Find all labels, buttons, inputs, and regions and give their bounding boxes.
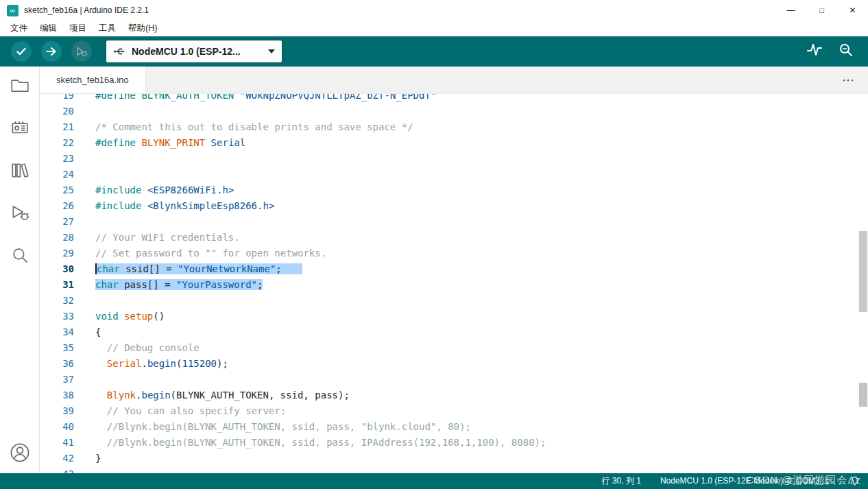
board-icon — [10, 117, 30, 138]
code-line-38[interactable]: Blynk.begin(BLYNK_AUTH_TOKEN, ssid, pass… — [95, 387, 857, 403]
minimize-button[interactable]: — — [775, 0, 806, 21]
sidebar-item-library-manager[interactable] — [0, 160, 39, 180]
code-text: { — [95, 326, 101, 337]
line-number: 28 — [40, 230, 74, 246]
editor-scrollbar[interactable] — [858, 94, 868, 473]
line-number: 21 — [40, 119, 74, 135]
titlebar: ∞ sketch_feb16a | Arduino IDE 2.2.1 — □ … — [0, 0, 868, 21]
code-line-26[interactable]: #include <BlynkSimpleEsp8266.h> — [95, 198, 857, 214]
debug-play-bug-icon — [10, 202, 30, 223]
notifications-button[interactable] — [849, 476, 860, 486]
line-number: 39 — [40, 403, 74, 419]
board-selector[interactable]: NodeMCU 1.0 (ESP-12... — [106, 40, 282, 63]
arduino-ide-window: ∞ sketch_feb16a | Arduino IDE 2.2.1 — □ … — [0, 0, 868, 489]
code-line-32[interactable] — [95, 293, 857, 309]
serial-monitor-button[interactable] — [838, 42, 854, 61]
code-editor[interactable]: 1920212223242526272829303132333435363738… — [40, 94, 868, 473]
close-button[interactable]: ✕ — [837, 0, 868, 21]
code-line-24[interactable] — [95, 167, 857, 182]
code-text: // Set password to "" for open networks. — [95, 248, 326, 259]
line-number: 42 — [40, 451, 74, 466]
board-selector-label: NodeMCU 1.0 (ESP-12... — [132, 46, 241, 57]
tabbar: sketch_feb16a.ino ⋯ — [40, 67, 868, 94]
arrow-right-icon — [45, 45, 58, 58]
code-line-33[interactable]: void setup() — [95, 309, 857, 324]
line-number: 24 — [40, 167, 74, 182]
tab-sketch[interactable]: sketch_feb16a.ino — [40, 67, 146, 93]
sidebar-item-account[interactable] — [0, 442, 39, 464]
menu-item-2[interactable]: 编辑 — [34, 21, 63, 36]
code-line-25[interactable]: #include <ESP8266WiFi.h> — [95, 182, 857, 198]
code-text: //Blynk.begin(BLYNK_AUTH_TOKEN, ssid, pa… — [95, 437, 546, 448]
code-line-31[interactable]: char pass[] = "YourPassword"; — [95, 277, 857, 293]
menu-item-3[interactable]: 项目 — [63, 21, 93, 36]
window-title: sketch_feb16a | Arduino IDE 2.2.1 — [24, 5, 149, 15]
tab-more-button[interactable]: ⋯ — [842, 67, 868, 93]
serial-monitor-icon — [838, 42, 854, 58]
code-line-21[interactable]: /* Comment this out to disable prints an… — [95, 119, 857, 135]
main-area: sketch_feb16a.ino ⋯ 19202122232425262728… — [0, 67, 868, 473]
code-line-42[interactable]: } — [95, 451, 857, 466]
serial-plotter-button[interactable] — [806, 42, 823, 61]
code-line-30[interactable]: char ssid[] = "YourNetworkName"; — [95, 261, 857, 277]
serial-plotter-icon — [806, 42, 823, 58]
code-text: void setup() — [95, 311, 165, 322]
code-text: #include <BlynkSimpleEsp8266.h> — [95, 200, 274, 211]
folder-icon — [10, 75, 30, 95]
code-line-28[interactable]: // Your WiFi credentials. — [95, 230, 857, 246]
code-line-29[interactable]: // Set password to "" for open networks. — [95, 246, 857, 261]
sidebar-item-debug[interactable] — [0, 202, 39, 223]
chevron-down-icon — [268, 49, 275, 53]
code-line-23[interactable] — [95, 151, 857, 167]
line-number: 32 — [40, 293, 74, 309]
code-line-43[interactable] — [95, 466, 857, 473]
check-icon — [15, 45, 27, 58]
status-cursor-position[interactable]: 行 30, 列 1 — [602, 475, 641, 487]
code-text: // You can also specify server: — [95, 405, 286, 416]
code-line-34[interactable]: { — [95, 324, 857, 340]
line-number: 29 — [40, 246, 74, 261]
code-line-19[interactable]: #define BLYNK_AUTH_TOKEN "WOkNpZNOPVQJNT… — [95, 94, 857, 104]
code-line-27[interactable] — [95, 214, 857, 230]
line-number: 31 — [40, 277, 74, 293]
bell-icon — [849, 476, 860, 486]
line-number: 41 — [40, 435, 74, 451]
menubar: 文件编辑项目工具帮助(H) — [0, 21, 868, 36]
code-line-36[interactable]: Serial.begin(115200); — [95, 356, 857, 372]
toolbar: NodeMCU 1.0 (ESP-12... — [0, 36, 868, 67]
code-line-35[interactable]: // Debug console — [95, 340, 857, 356]
line-number: 26 — [40, 198, 74, 214]
code-text: /* Comment this out to disable prints an… — [95, 121, 413, 132]
line-number: 37 — [40, 372, 74, 387]
code-area: #define BLYNK_AUTH_TOKEN "WOkNpZNOPVQJNT… — [95, 94, 857, 473]
code-line-37[interactable] — [95, 372, 857, 387]
verify-button[interactable] — [11, 41, 32, 62]
line-number: 35 — [40, 340, 74, 356]
maximize-button[interactable]: □ — [806, 0, 837, 21]
statusbar-right: 行 30, 列 1 NodeMCU 1.0 (ESP-12E Module) 在… — [602, 475, 860, 487]
code-line-41[interactable]: //Blynk.begin(BLYNK_AUTH_TOKEN, ssid, pa… — [95, 435, 857, 451]
code-line-39[interactable]: // You can also specify server: — [95, 403, 857, 419]
code-line-40[interactable]: //Blynk.begin(BLYNK_AUTH_TOKEN, ssid, pa… — [95, 419, 857, 435]
menu-item-1[interactable]: 文件 — [4, 21, 34, 36]
tab-label: sketch_feb16a.ino — [56, 75, 129, 85]
sidebar-item-boards-manager[interactable] — [0, 117, 39, 138]
status-board-port[interactable]: NodeMCU 1.0 (ESP-12E Module) 在 COM3 上 — [660, 475, 830, 487]
upload-button[interactable] — [41, 41, 62, 62]
code-line-22[interactable]: #define BLYNK_PRINT Serial — [95, 135, 857, 151]
scrollbar-selection-mark — [859, 383, 867, 407]
debug-button[interactable] — [71, 41, 92, 62]
line-number: 27 — [40, 214, 74, 230]
sidebar-item-sketchbook[interactable] — [0, 75, 39, 95]
scrollbar-thumb[interactable] — [859, 231, 867, 312]
line-number: 20 — [40, 104, 74, 119]
line-number: 43 — [40, 466, 74, 473]
line-number: 33 — [40, 309, 74, 324]
line-number: 40 — [40, 419, 74, 435]
menu-item-4[interactable]: 工具 — [93, 21, 122, 36]
statusbar: 行 30, 列 1 NodeMCU 1.0 (ESP-12E Module) 在… — [0, 473, 868, 489]
menu-item-5[interactable]: 帮助(H) — [122, 21, 163, 36]
sidebar-item-search[interactable] — [0, 245, 39, 265]
gutter: 1920212223242526272829303132333435363738… — [40, 94, 74, 473]
code-line-20[interactable] — [95, 104, 857, 119]
